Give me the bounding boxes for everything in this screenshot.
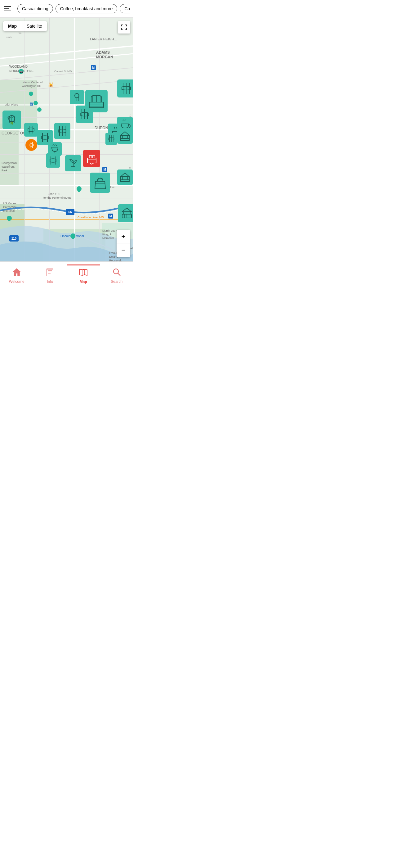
svg-rect-140 [89, 156, 92, 158]
filter-chips: Casual dining Coffee, breakfast and more… [18, 4, 130, 13]
map-marker-restaurant[interactable] [24, 123, 38, 136]
map-marker-restaurant-lower2[interactable] [46, 153, 60, 168]
map-type-toggle: Map Satellite [3, 21, 47, 31]
map-marker-restaurant[interactable] [70, 90, 84, 104]
zoom-in-button[interactable]: + [116, 230, 130, 243]
svg-rect-151 [124, 212, 130, 214]
svg-marker-162 [80, 269, 87, 275]
search-icon [112, 268, 121, 278]
map-marker-restaurant[interactable]: 🌿 [2, 111, 21, 129]
map-marker-bank-lower[interactable] [117, 169, 133, 185]
svg-marker-125 [121, 132, 129, 135]
map-controls-top: Map Satellite [0, 21, 133, 34]
filter-bar: Casual dining Coffee, breakfast and more… [0, 0, 133, 18]
map-marker-grocery[interactable] [90, 173, 110, 193]
fullscreen-button[interactable] [118, 21, 130, 34]
map-marker-selected[interactable] [83, 150, 100, 167]
map-type-satellite-button[interactable]: Satellite [22, 21, 47, 31]
info-icon [45, 268, 54, 278]
map-marker-restaurant[interactable] [117, 80, 133, 97]
svg-marker-152 [122, 208, 131, 212]
info-label: Info [47, 279, 53, 284]
map-icon [79, 268, 88, 278]
filter-menu-icon[interactable] [4, 3, 15, 14]
zoom-out-button[interactable]: − [116, 243, 130, 257]
svg-text:🌿: 🌿 [10, 122, 13, 125]
nav-search[interactable]: Search [100, 265, 134, 286]
map-marker-restaurant-bottom-right[interactable] [118, 204, 133, 222]
welcome-icon [12, 268, 21, 278]
map-marker-bank[interactable] [117, 128, 133, 144]
map-marker-orange-restaurant[interactable] [26, 139, 37, 151]
markers-layer: 🌿 [0, 18, 133, 276]
filter-chip-convenience[interactable]: Convenience [120, 4, 130, 13]
svg-rect-139 [88, 158, 96, 163]
nav-info[interactable]: Info [33, 265, 67, 286]
map-label: Map [80, 280, 87, 284]
svg-rect-157 [47, 269, 53, 276]
svg-marker-131 [121, 173, 129, 177]
svg-point-110 [75, 93, 79, 98]
svg-line-166 [118, 273, 120, 276]
map-marker-plant-restaurant[interactable] [65, 155, 81, 172]
map-marker-restaurant[interactable] [105, 133, 117, 145]
welcome-label: Welcome [9, 279, 25, 284]
nav-welcome[interactable]: Welcome [0, 265, 33, 286]
svg-marker-156 [13, 269, 21, 276]
filter-chip-casual-dining[interactable]: Casual dining [18, 4, 53, 13]
svg-point-165 [113, 269, 119, 274]
map-marker-restaurant[interactable] [54, 123, 70, 139]
map-type-map-button[interactable]: Map [3, 21, 22, 31]
nav-map[interactable]: Map [67, 265, 100, 286]
bottom-navigation: Welcome Info Map [0, 261, 133, 289]
svg-rect-161 [46, 269, 53, 270]
map-marker-restaurant[interactable] [85, 90, 108, 113]
filter-chip-coffee[interactable]: Coffee, breakfast and more [56, 4, 117, 13]
map-container[interactable]: M M M M 66 110 110 sack s1 LANIER HEIGH.… [0, 18, 133, 276]
zoom-controls: + − [116, 230, 130, 257]
search-label: Search [111, 279, 123, 284]
svg-rect-141 [92, 156, 95, 158]
